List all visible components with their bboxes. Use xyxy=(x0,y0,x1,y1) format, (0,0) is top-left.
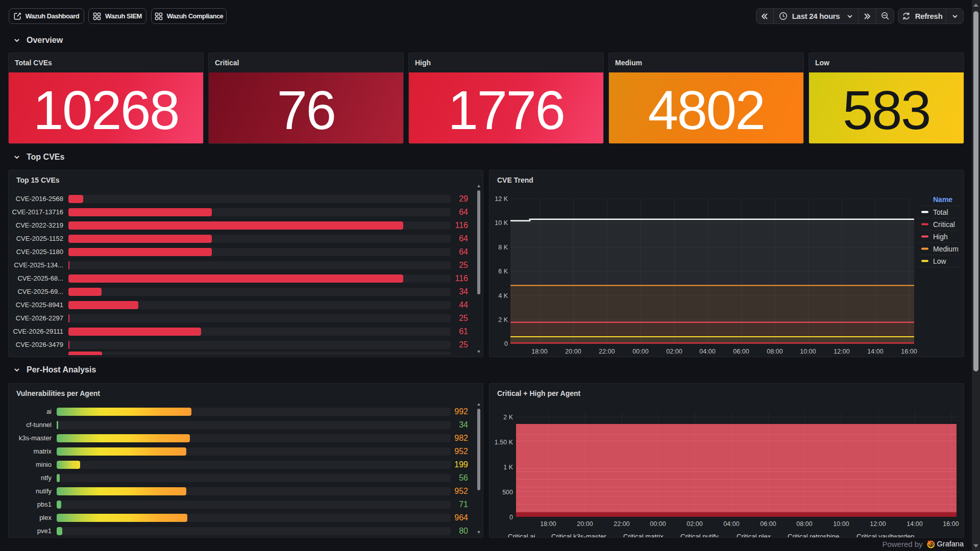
svg-text:16:00: 16:00 xyxy=(943,520,959,528)
svg-text:2 K: 2 K xyxy=(503,414,513,421)
svg-text:00:00: 00:00 xyxy=(650,520,666,528)
svg-text:18:00: 18:00 xyxy=(531,348,547,355)
svg-text:04:00: 04:00 xyxy=(699,348,715,355)
svg-text:10:00: 10:00 xyxy=(833,520,849,528)
svg-text:0: 0 xyxy=(509,514,513,521)
svg-text:08:00: 08:00 xyxy=(796,520,812,528)
svg-text:4 K: 4 K xyxy=(498,292,508,299)
svg-text:04:00: 04:00 xyxy=(723,520,739,528)
svg-text:10:00: 10:00 xyxy=(800,348,816,355)
svg-text:0: 0 xyxy=(504,340,508,347)
svg-text:8 K: 8 K xyxy=(498,244,508,251)
svg-text:Critical plex: Critical plex xyxy=(737,533,771,538)
svg-text:Medium: Medium xyxy=(933,245,959,253)
svg-text:Critical retroshine: Critical retroshine xyxy=(788,533,839,538)
svg-text:06:00: 06:00 xyxy=(760,520,776,528)
svg-text:2 K: 2 K xyxy=(498,316,508,323)
svg-text:High: High xyxy=(933,233,948,241)
svg-text:16:00: 16:00 xyxy=(901,348,917,355)
svg-text:1 K: 1 K xyxy=(503,464,513,471)
svg-text:10 K: 10 K xyxy=(495,219,508,227)
svg-text:18:00: 18:00 xyxy=(540,520,556,528)
svg-text:08:00: 08:00 xyxy=(767,348,782,355)
svg-text:14:00: 14:00 xyxy=(906,520,922,528)
svg-text:Critical ai: Critical ai xyxy=(508,533,535,538)
svg-text:Total: Total xyxy=(933,208,948,216)
svg-text:02:00: 02:00 xyxy=(666,348,682,355)
svg-text:Low: Low xyxy=(933,257,947,265)
svg-text:1.50 K: 1.50 K xyxy=(495,439,513,446)
svg-text:500: 500 xyxy=(502,489,513,496)
svg-text:06:00: 06:00 xyxy=(733,348,749,355)
svg-text:12:00: 12:00 xyxy=(834,348,849,355)
svg-text:12 K: 12 K xyxy=(495,195,508,203)
svg-text:22:00: 22:00 xyxy=(614,520,629,528)
svg-text:20:00: 20:00 xyxy=(565,348,581,355)
svg-text:6 K: 6 K xyxy=(498,268,508,275)
svg-text:14:00: 14:00 xyxy=(867,348,883,355)
svg-text:02:00: 02:00 xyxy=(687,520,702,528)
svg-text:Critical matrix: Critical matrix xyxy=(623,533,664,538)
svg-text:12:00: 12:00 xyxy=(870,520,886,528)
svg-text:Critical: Critical xyxy=(933,220,955,229)
svg-text:Critical nutify: Critical nutify xyxy=(680,533,719,538)
svg-text:Critical k3s-master: Critical k3s-master xyxy=(551,533,606,538)
svg-text:00:00: 00:00 xyxy=(632,348,648,355)
svg-text:22:00: 22:00 xyxy=(599,348,615,355)
svg-text:20:00: 20:00 xyxy=(577,520,593,528)
svg-text:Critical vaultwarden: Critical vaultwarden xyxy=(856,533,914,538)
svg-text:Name: Name xyxy=(933,195,952,204)
